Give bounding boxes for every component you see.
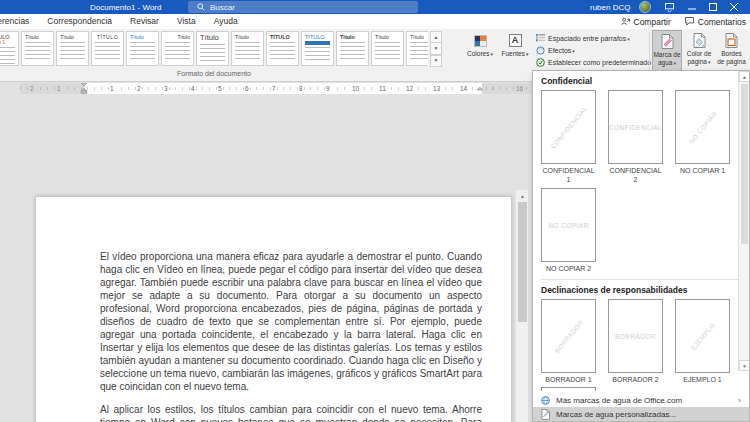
style-set-card[interactable]: Título <box>231 31 264 66</box>
document-page[interactable]: El vídeo proporciona una manera eficaz p… <box>35 196 512 422</box>
style-card-lines <box>25 42 50 61</box>
title-bar: Documento1 - Word Buscar ruben DCQ <box>0 0 750 14</box>
ruler-number: 8 <box>298 85 304 93</box>
search-icon <box>197 3 205 11</box>
watermark-text: BORRADOR <box>541 299 596 373</box>
watermark-thumb-confidencial-1[interactable]: CONFIDENCIAL <box>541 90 596 164</box>
watermark-thumb-partial[interactable] <box>541 387 596 391</box>
ruler-number: 16 <box>515 85 524 93</box>
watermark-thumb-row: BORRADOR BORRADOR 1 BORRADOR BORRADOR 2 … <box>541 299 749 384</box>
tab-referencias[interactable]: Referencias <box>0 14 38 29</box>
style-set-card[interactable]: Título <box>371 31 404 66</box>
style-card-lines <box>375 42 400 61</box>
watermark-thumb-no-copiar-2[interactable]: NO COPIAR <box>541 188 596 262</box>
close-button[interactable] <box>724 0 743 14</box>
user-avatar[interactable] <box>639 1 651 13</box>
minimize-button[interactable] <box>682 0 701 14</box>
watermark-text: CONFIDENCIAL <box>541 90 596 164</box>
watermark-button[interactable]: Marca de agua <box>652 30 682 72</box>
effects-button[interactable]: Efectos <box>536 44 651 56</box>
comments-button[interactable]: Comentarios <box>685 17 746 27</box>
scrollbar-thumb[interactable] <box>518 202 527 322</box>
style-set-card[interactable]: Título <box>196 31 229 66</box>
paragraph-spacing-icon <box>536 34 545 43</box>
watermark-thumb-label: BORRADOR 2 <box>608 375 663 384</box>
maximize-button[interactable] <box>703 0 722 14</box>
style-card-title: Título <box>410 34 428 40</box>
ruler-number: 14 <box>459 85 468 93</box>
document-text[interactable]: El vídeo proporciona una manera eficaz p… <box>100 250 482 422</box>
watermark-thumb-label: EJEMPLO 1 <box>675 375 730 384</box>
panel-scrollbar[interactable]: ▲ ▼ <box>738 71 749 371</box>
ribbon-display-options-icon <box>665 3 674 12</box>
tab-revisar[interactable]: Revisar <box>121 14 168 29</box>
document-scrollbar[interactable]: ▲ <box>515 190 528 422</box>
watermark-thumb-no-copiar-1[interactable]: NO COPIAR <box>675 90 730 164</box>
style-set-card[interactable]: Título <box>126 31 159 66</box>
style-card-lines <box>235 42 260 61</box>
watermark-thumb-ejemplo-1[interactable]: EJEMPLO <box>675 299 730 373</box>
watermark-thumb-borrador-1[interactable]: BORRADOR <box>541 299 596 373</box>
style-card-title: Título <box>60 34 85 40</box>
style-card-title: Título <box>340 34 365 40</box>
fonts-icon: A <box>509 34 522 47</box>
style-set-card[interactable]: Título <box>56 31 89 66</box>
style-card-subtitle: Título 1 <box>0 40 15 45</box>
paragraph-spacing-label: Espaciado entre párrafos <box>548 35 630 42</box>
watermark-thumb-label: CONFIDENCIAL 1 <box>541 166 596 184</box>
style-set-card[interactable]: TÍTULO <box>91 31 124 66</box>
style-card-title: Título <box>130 34 155 40</box>
style-card-title: Título <box>375 34 400 40</box>
page-color-label-line1: Color de <box>687 50 712 57</box>
watermark-menu: Más marcas de agua de Office.com › Marca… <box>533 393 749 422</box>
scroll-up-icon[interactable]: ▲ <box>516 190 529 201</box>
watermark-label-line1: Marca de <box>653 51 680 58</box>
right-indent-marker-icon[interactable] <box>476 87 484 94</box>
menu-item-custom-watermark[interactable]: Marcas de agua personalizadas... <box>533 407 749 421</box>
tab-vista[interactable]: Vista <box>168 14 205 29</box>
gallery-scroll-up-button[interactable]: ▲ <box>430 31 442 43</box>
fuentes-button[interactable]: A Fuentes <box>498 30 532 72</box>
style-set-card[interactable]: TÍTULO <box>266 31 299 66</box>
colors-palette-icon <box>474 35 487 47</box>
page-color-button[interactable]: Color de página <box>684 30 714 72</box>
watermark-thumb-borrador-2[interactable]: BORRADOR <box>608 299 663 373</box>
style-set-card[interactable]: TITULO <box>301 31 334 66</box>
gallery-scroll-down-button[interactable]: ▼ <box>430 43 442 54</box>
user-name[interactable]: ruben DCQ <box>590 3 630 12</box>
style-set-card[interactable]: Título <box>21 31 54 66</box>
gallery-more-button[interactable]: ▼ <box>430 55 442 67</box>
page-color-label-line2: página <box>687 58 710 65</box>
menu-item-more-watermarks[interactable]: Más marcas de agua de Office.com › <box>533 393 749 407</box>
ruler-number: 6 <box>244 85 250 93</box>
watermark-thumb-label: BORRADOR 1 <box>541 375 596 384</box>
paragraph-spacing-button[interactable]: Espaciado entre párrafos <box>536 32 651 44</box>
ruler-number: 4 <box>190 85 196 93</box>
indent-marker-icon[interactable] <box>80 83 88 94</box>
page-color-icon <box>693 33 706 48</box>
style-card-lines <box>165 42 190 61</box>
style-set-card[interactable]: Título <box>336 31 369 66</box>
page-borders-button[interactable]: Bordes de página <box>716 30 747 72</box>
panel-scroll-up-icon[interactable]: ▲ <box>739 71 750 82</box>
colores-label: Colores <box>467 50 493 57</box>
panel-scroll-down-icon[interactable]: ▼ <box>739 360 750 371</box>
set-as-default-button[interactable]: Establecer como predeterminado <box>536 56 651 68</box>
ruler-number: 1 <box>56 85 62 93</box>
share-button[interactable]: Compartir <box>621 17 671 27</box>
style-set-card[interactable]: TÍTULO Título 1 <box>0 31 19 66</box>
tab-ayuda[interactable]: Ayuda <box>205 14 247 29</box>
watermark-thumb-confidencial-2[interactable]: CONFIDENCIAL <box>608 90 663 164</box>
watermark-icon <box>661 34 674 49</box>
colores-button[interactable]: Colores <box>462 30 498 72</box>
search-input[interactable]: Buscar <box>188 1 418 13</box>
style-set-card[interactable]: Título <box>406 31 428 66</box>
tab-correspondencia[interactable]: Correspondencia <box>38 14 121 29</box>
watermark-text: CONFIDENCIAL <box>609 91 662 163</box>
horizontal-ruler[interactable]: 2 1 1 2 3 4 5 6 7 8 9 10 11 12 13 14 16 … <box>20 83 532 94</box>
style-set-card[interactable]: Título <box>161 31 194 66</box>
ribbon-display-options-button[interactable] <box>660 0 679 14</box>
style-set-gallery: TÍTULO Título 1 Título Título TÍTULO Tít… <box>0 31 428 67</box>
panel-scrollbar-thumb[interactable] <box>741 84 748 244</box>
word-window: Documento1 - Word Buscar ruben DCQ Refer… <box>0 0 750 422</box>
